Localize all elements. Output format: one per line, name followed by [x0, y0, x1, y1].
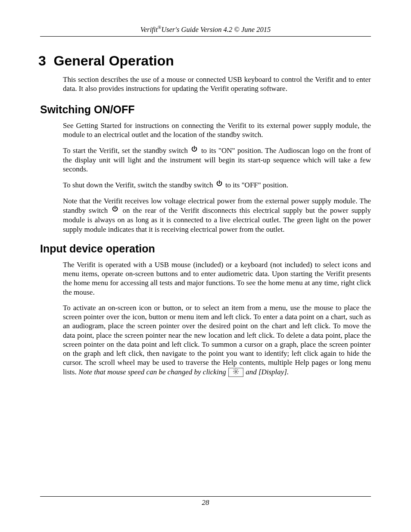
- power-icon: [112, 205, 118, 215]
- section2-p2: To activate an on-screen icon or button,…: [63, 303, 371, 377]
- page-header: Verifit®User's Guide Version 4.2 © June …: [40, 25, 371, 37]
- section2-p1: The Verifit is operated with a USB mouse…: [63, 260, 371, 297]
- chapter-heading: 3 General Operation: [38, 53, 371, 69]
- section-switching-heading: Switching ON/OFF: [40, 103, 371, 116]
- intro-paragraph: This section describes the use of a mous…: [63, 75, 371, 93]
- svg-line-6: [237, 373, 238, 374]
- header-rest: User's Guide Version 4.2 © June 2015: [161, 25, 271, 34]
- page-footer: 28: [40, 496, 371, 507]
- section-input-heading: Input device operation: [40, 243, 371, 255]
- page-number: 28: [202, 498, 209, 507]
- section2-p2a: To activate an on-screen icon or button,…: [63, 304, 371, 376]
- header-product: Verifit: [140, 25, 158, 34]
- section2-p2-note1: Note that mouse speed can be changed by …: [78, 368, 228, 376]
- gear-icon: [233, 368, 239, 376]
- section1-p3a: To shut down the Verifit, switch the sta…: [63, 181, 215, 189]
- svg-line-5: [234, 370, 235, 370]
- section2-p2-display: [Display].: [258, 368, 289, 376]
- section1-p2: To start the Verifit, set the standby sw…: [63, 146, 371, 174]
- power-icon: [191, 146, 198, 155]
- svg-line-8: [237, 370, 238, 370]
- power-icon: [216, 180, 223, 189]
- section1-p1: See Getting Started for instructions on …: [63, 121, 371, 140]
- settings-button-inline: [228, 368, 243, 377]
- svg-line-7: [234, 373, 235, 374]
- section1-p3: To shut down the Verifit, switch the sta…: [63, 180, 371, 190]
- section1-p3b: to its "OFF" position.: [224, 181, 288, 189]
- svg-point-0: [235, 371, 237, 373]
- chapter-title-text: General Operation: [54, 53, 174, 68]
- section1-p4: Note that the Verifit receives low volta…: [63, 196, 371, 233]
- section2-p2-note2: and: [244, 368, 258, 376]
- section1-p2a: To start the Verifit, set the standby sw…: [63, 146, 190, 155]
- chapter-number: 3: [38, 53, 46, 68]
